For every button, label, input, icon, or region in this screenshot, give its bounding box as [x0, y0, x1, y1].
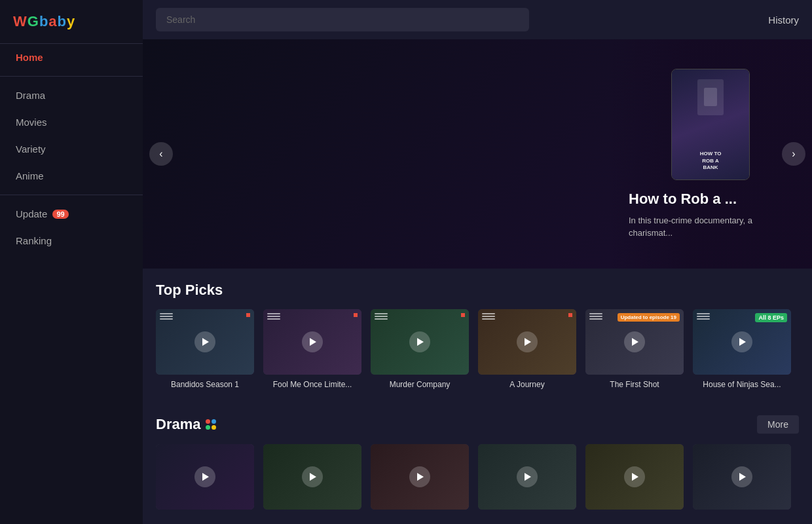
hero-next-button[interactable]: ›: [782, 142, 805, 166]
play-icon-6: [731, 331, 752, 352]
drama-card-5-thumb: [585, 444, 684, 510]
sidebar-item-variety[interactable]: Variety: [0, 136, 143, 162]
drama-play-1: [194, 466, 215, 487]
drama-card-5[interactable]: [585, 444, 684, 515]
history-button[interactable]: History: [768, 14, 799, 26]
drama-title: Drama: [156, 416, 200, 433]
card-house-of-ninjas[interactable]: All 8 EPs House of Ninjas Sea...: [693, 309, 791, 390]
drama-card-2-thumb: [263, 444, 361, 510]
drama-play-6: [731, 466, 752, 487]
search-input[interactable]: [156, 8, 529, 31]
hero-title: How to Rob a ...: [629, 191, 792, 208]
logo-b2: b: [58, 13, 67, 29]
play-icon-2: [302, 331, 323, 352]
drama-card-1[interactable]: [156, 444, 254, 515]
sidebar-item-movies[interactable]: Movies: [0, 109, 143, 136]
drama-section: Drama More: [143, 402, 812, 524]
sidebar-nav: Home Drama Movies Variety Anime Update 9…: [0, 43, 143, 254]
card-murder-badge: [461, 313, 465, 317]
logo-w: W: [13, 13, 28, 29]
hero-poster[interactable]: HOW TO ROB A BANK: [671, 69, 750, 180]
card-bandidos-title: Bandidos Season 1: [156, 380, 254, 390]
drama-card-4-thumb: [478, 444, 576, 510]
stack-icon: [160, 313, 173, 320]
card-fool-title: Fool Me Once Limite...: [263, 380, 361, 390]
drama-header: Drama More: [156, 415, 799, 434]
sidebar: WGbaby Home Drama Movies Variety Anime U…: [0, 0, 143, 524]
drama-play-5: [624, 466, 645, 487]
drama-title-container: Drama: [156, 416, 216, 433]
logo-a: a: [48, 13, 57, 29]
drama-card-3-thumb: [371, 444, 469, 510]
hero-banner: HOW TO ROB A BANK How to Rob a ... In th…: [143, 39, 812, 269]
stack-icon-4: [482, 313, 495, 320]
top-picks-header: Top Picks: [156, 282, 799, 299]
hero-poster-text: HOW TO ROB A BANK: [700, 151, 722, 171]
stack-icon-5: [589, 313, 602, 320]
card-house-of-ninjas-thumb: All 8 EPs: [693, 309, 791, 375]
drama-play-4: [517, 466, 538, 487]
sidebar-item-anime[interactable]: Anime: [0, 162, 143, 189]
top-picks-section: Top Picks Bandidos Season 1: [143, 269, 812, 402]
card-murder-title: Murder Company: [371, 380, 469, 390]
card-the-first-shot-thumb: Updated to episode 19: [585, 309, 684, 375]
update-label: Update: [16, 208, 47, 219]
card-ninjas-badge: All 8 EPs: [755, 313, 787, 322]
card-fool-badge: [354, 313, 358, 317]
card-a-journey[interactable]: A Journey: [478, 309, 576, 390]
drama-card-1-thumb: [156, 444, 254, 510]
main-content: History HOW TO ROB A BANK How to Rob a .…: [143, 0, 812, 524]
card-journey-title: A Journey: [478, 380, 576, 390]
header: History: [143, 0, 812, 39]
logo-g: G: [28, 13, 39, 29]
card-fool-me-once[interactable]: Fool Me Once Limite...: [263, 309, 361, 390]
hero-poster-image: HOW TO ROB A BANK: [672, 69, 749, 179]
drama-play-3: [409, 466, 430, 487]
drama-icon: [206, 419, 216, 430]
drama-dot-1: [206, 419, 210, 424]
play-icon: [194, 331, 215, 352]
card-bandidos-thumb: [156, 309, 254, 375]
hero-prev-button[interactable]: ‹: [149, 142, 173, 166]
drama-card-6[interactable]: [693, 444, 791, 515]
card-murder-company[interactable]: Murder Company: [371, 309, 469, 390]
logo-y: y: [67, 13, 75, 29]
card-fool-me-once-thumb: [263, 309, 361, 375]
top-picks-title: Top Picks: [156, 282, 223, 299]
logo[interactable]: WGbaby: [0, 13, 143, 43]
sidebar-divider-2: [0, 195, 143, 195]
drama-card-6-thumb: [693, 444, 791, 510]
card-bandidos-badge: [246, 313, 250, 317]
sidebar-item-ranking[interactable]: Ranking: [0, 227, 143, 254]
sidebar-divider-1: [0, 76, 143, 77]
drama-dot-2: [212, 419, 216, 424]
card-first-shot-title: The First Shot: [585, 380, 684, 390]
top-picks-cards: Bandidos Season 1 Fool Me Once Limite...: [156, 309, 799, 396]
drama-play-2: [302, 466, 323, 487]
play-icon-4: [517, 331, 538, 352]
drama-cards: [156, 444, 799, 520]
update-badge: 99: [52, 210, 68, 219]
logo-b1: b: [39, 13, 48, 29]
stack-icon-3: [375, 313, 388, 320]
sidebar-item-home[interactable]: Home: [0, 44, 143, 71]
drama-dot-3: [206, 425, 210, 430]
card-murder-company-thumb: [371, 309, 469, 375]
drama-card-2[interactable]: [263, 444, 361, 515]
card-a-journey-thumb: [478, 309, 576, 375]
play-icon-5: [624, 331, 645, 352]
card-the-first-shot[interactable]: Updated to episode 19 The First Shot: [585, 309, 684, 390]
stack-icon-6: [697, 313, 710, 320]
drama-card-3[interactable]: [371, 444, 469, 515]
card-ninjas-title: House of Ninjas Sea...: [693, 380, 791, 390]
card-first-shot-badge: Updated to episode 19: [618, 313, 680, 322]
sidebar-item-update[interactable]: Update 99: [0, 200, 143, 227]
card-journey-badge: [568, 313, 572, 317]
sidebar-item-drama[interactable]: Drama: [0, 82, 143, 109]
drama-card-4[interactable]: [478, 444, 576, 515]
hero-description: In this true-crime documentary, a charis…: [629, 214, 792, 240]
card-bandidos[interactable]: Bandidos Season 1: [156, 309, 254, 390]
drama-more-button[interactable]: More: [757, 415, 799, 434]
drama-dot-4: [212, 425, 216, 430]
stack-icon-2: [267, 313, 280, 320]
